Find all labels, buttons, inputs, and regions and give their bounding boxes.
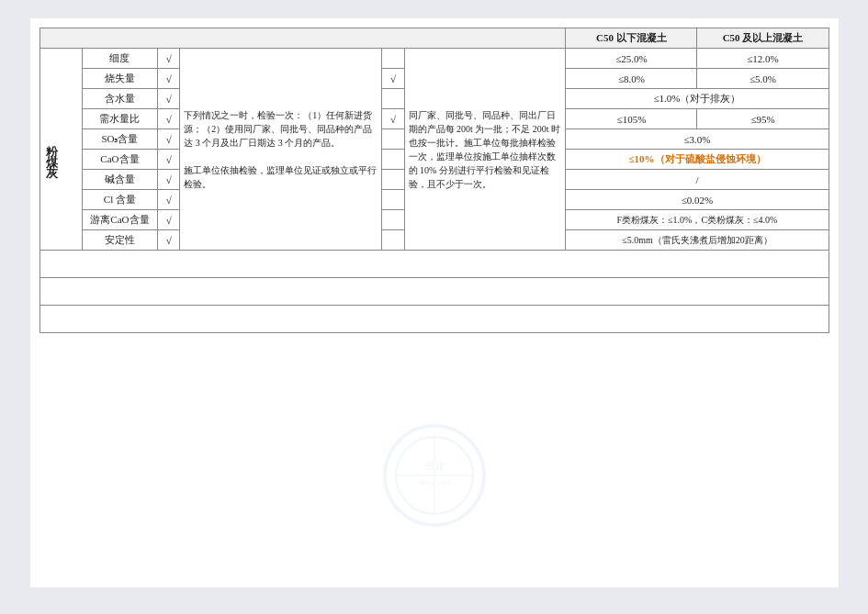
c50-combined: ≤5.0mm（雷氏夹沸煮后增加20距离） (566, 230, 829, 251)
table-header-row: C50 以下混凝土 C50 及以上混凝土 (39, 28, 829, 49)
c50-combined: ≤10%（对于硫酸盐侵蚀环境） (566, 150, 829, 170)
check2 (382, 150, 404, 170)
c50-combined: ≤0.02% (566, 190, 829, 210)
item-label: SO₃含量 (82, 129, 157, 150)
c50below-value: ≤105% (566, 109, 697, 129)
c50below-value: ≤25.0% (566, 49, 697, 69)
c50below-value: ≤8.0% (566, 69, 697, 89)
page-container: 筑龙 dong.com C50 以下混凝土 C50 及以上混凝土 (30, 18, 839, 587)
check2 (382, 89, 404, 109)
item-label: 需水量比 (82, 109, 157, 129)
check1: √ (158, 129, 180, 150)
item-label: CaO含量 (82, 150, 157, 170)
check2 (382, 49, 404, 69)
table-row: 粉 煤 灰 细度 √ 下列情况之一时，检验一次：（1）任何新进货源；（2）使用同… (39, 49, 829, 69)
check1: √ (158, 89, 180, 109)
item-label: 烧失量 (82, 69, 157, 89)
check1: √ (158, 190, 180, 210)
c50-combined: ≤3.0% (566, 129, 829, 150)
check2: √ (382, 69, 404, 89)
item-label: 碱含量 (82, 170, 157, 190)
check2: √ (382, 109, 404, 129)
c50above-value: ≤5.0% (697, 69, 829, 89)
item-label: 游离CaO含量 (82, 210, 157, 230)
check2 (382, 230, 404, 251)
check1: √ (158, 109, 180, 129)
check1: √ (158, 150, 180, 170)
svg-text:筑龙: 筑龙 (424, 461, 445, 472)
header-c50below: C50 以下混凝土 (566, 28, 697, 49)
check2 (382, 129, 404, 150)
empty-row (39, 251, 829, 278)
main-table: C50 以下混凝土 C50 及以上混凝土 粉 煤 灰 细度 √ 下列情况之一时，… (39, 28, 829, 333)
check2 (382, 210, 404, 230)
conditions-text: 下列情况之一时，检验一次：（1）任何新进货源；（2）使用同厂家、同批号、同品种的… (180, 49, 382, 251)
check2 (382, 170, 404, 190)
item-label: 安定性 (82, 230, 157, 251)
watermark: 筑龙 dong.com (379, 420, 490, 532)
svg-text:dong.com: dong.com (419, 478, 450, 486)
c50above-value: ≤12.0% (697, 49, 829, 69)
header-empty (39, 28, 566, 49)
item-label: 细度 (82, 49, 157, 69)
frequency-text: 同厂家、同批号、同品种、同出厂日期的产品每 200t 为一批；不足 200t 时… (404, 49, 566, 251)
svg-point-1 (396, 437, 473, 514)
svg-point-0 (385, 426, 484, 525)
c50-combined: / (566, 170, 829, 190)
empty-row (39, 278, 829, 306)
material-label: 粉 煤 灰 (39, 49, 82, 251)
check1: √ (158, 230, 180, 251)
check1: √ (158, 210, 180, 230)
check1: √ (158, 69, 180, 89)
check2 (382, 190, 404, 210)
item-label: Cl 含量 (82, 190, 157, 210)
c50above-value: ≤95% (697, 109, 829, 129)
c50-combined: F类粉煤灰：≤1.0%，C类粉煤灰：≤4.0% (566, 210, 829, 230)
item-label: 含水量 (82, 89, 157, 109)
check1: √ (158, 49, 180, 69)
check1: √ (158, 170, 180, 190)
header-c50above: C50 及以上混凝土 (697, 28, 829, 49)
empty-row (39, 306, 829, 333)
c50-combined: ≤1.0%（对于排灰） (566, 89, 829, 109)
